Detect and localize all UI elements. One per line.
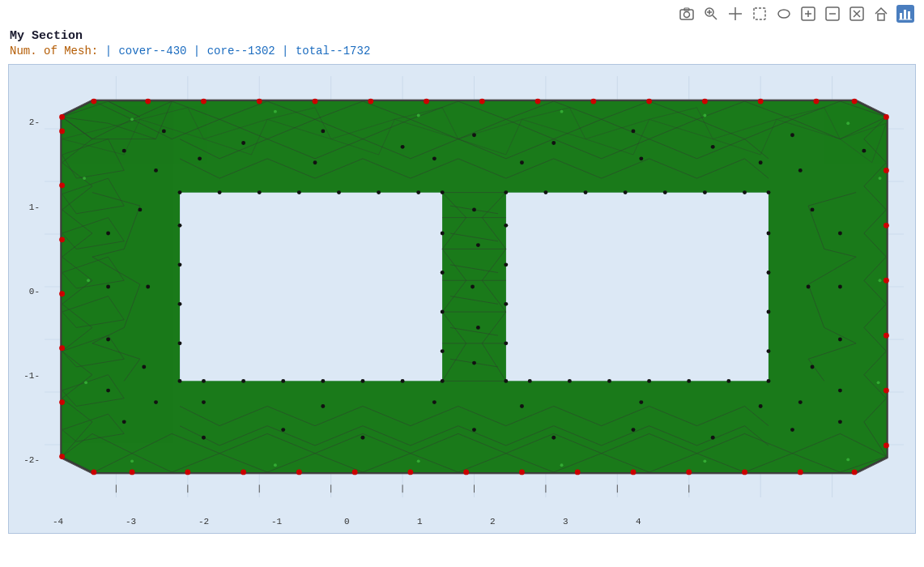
svg-point-288 (639, 400, 643, 404)
svg-point-294 (703, 114, 706, 117)
svg-point-279 (313, 160, 317, 164)
svg-point-280 (432, 156, 436, 160)
svg-point-282 (639, 156, 643, 160)
svg-point-159 (884, 278, 889, 284)
svg-point-205 (178, 379, 182, 383)
svg-rect-20 (900, 13, 902, 19)
svg-point-222 (767, 379, 771, 383)
svg-point-173 (296, 470, 302, 475)
svg-point-192 (416, 190, 420, 194)
total-count: total--1732 (296, 45, 370, 58)
y-label-neg1: -1- (9, 371, 40, 381)
svg-point-261 (790, 428, 794, 432)
svg-point-259 (632, 428, 636, 432)
zoom-out-icon[interactable] (824, 5, 841, 23)
svg-rect-45 (180, 193, 442, 382)
svg-point-201 (321, 379, 325, 383)
svg-point-219 (767, 271, 771, 275)
header: My Section Num. of Mesh: | cover--430 | … (0, 28, 924, 58)
svg-point-278 (198, 156, 202, 160)
plot-container (45, 76, 904, 497)
svg-point-243 (790, 133, 794, 137)
core-count: core--1302 (207, 45, 275, 58)
svg-point-293 (560, 110, 564, 113)
svg-point-281 (520, 160, 524, 164)
svg-point-189 (297, 190, 301, 194)
svg-point-152 (702, 99, 708, 104)
svg-point-232 (504, 262, 508, 266)
svg-rect-9 (754, 8, 765, 19)
svg-point-217 (767, 190, 771, 194)
svg-point-186 (178, 190, 182, 194)
svg-point-267 (154, 400, 158, 404)
svg-point-250 (838, 285, 842, 289)
svg-point-269 (811, 208, 815, 212)
svg-point-257 (472, 428, 476, 432)
svg-point-295 (846, 122, 849, 125)
zoom-icon[interactable] (702, 5, 720, 23)
svg-point-178 (59, 454, 65, 459)
x-label-0: 0 (344, 517, 350, 526)
svg-point-289 (759, 404, 763, 408)
svg-point-236 (241, 141, 245, 145)
svg-point-298 (84, 381, 87, 384)
svg-point-190 (337, 190, 341, 194)
svg-point-175 (185, 470, 190, 475)
svg-point-143 (201, 99, 207, 104)
svg-point-277 (472, 361, 476, 365)
svg-point-168 (575, 470, 581, 475)
page-title: My Section (10, 29, 914, 43)
svg-point-141 (91, 99, 96, 104)
svg-point-154 (813, 99, 819, 104)
svg-point-283 (759, 160, 763, 164)
svg-point-199 (401, 379, 405, 383)
svg-point-223 (726, 379, 730, 383)
svg-point-157 (884, 168, 889, 173)
svg-rect-19 (878, 14, 884, 20)
svg-line-4 (713, 15, 717, 19)
svg-point-195 (441, 271, 445, 275)
svg-point-290 (130, 117, 134, 121)
svg-point-226 (607, 379, 611, 383)
svg-point-262 (838, 420, 842, 424)
svg-point-244 (862, 149, 866, 153)
svg-point-247 (106, 338, 110, 342)
svg-point-200 (361, 379, 365, 383)
svg-point-276 (476, 326, 480, 330)
svg-point-208 (178, 262, 182, 266)
svg-point-155 (852, 99, 858, 104)
svg-point-263 (154, 168, 158, 173)
home-icon[interactable] (872, 5, 890, 23)
x-label-neg4: -4 (53, 517, 63, 526)
x-label-neg3: -3 (126, 517, 136, 526)
camera-icon[interactable] (678, 5, 696, 23)
svg-point-10 (778, 10, 790, 18)
svg-point-176 (130, 470, 135, 475)
svg-point-260 (711, 436, 715, 440)
bar-chart-icon[interactable] (896, 5, 914, 23)
svg-point-239 (472, 133, 476, 137)
svg-point-300 (879, 279, 882, 282)
chart-area: 2- 1- 0- -1- -2- -4 -3 -2 -1 0 1 2 3 4 (8, 64, 916, 534)
svg-point-224 (687, 379, 691, 383)
svg-point-170 (463, 470, 469, 475)
selection-icon[interactable] (751, 5, 769, 23)
svg-point-245 (106, 232, 110, 236)
svg-point-229 (504, 379, 508, 383)
lasso-icon[interactable] (775, 5, 793, 23)
svg-point-191 (377, 190, 381, 194)
svg-point-216 (743, 190, 747, 194)
reset-axes-icon[interactable] (848, 5, 866, 23)
svg-point-1 (684, 12, 690, 18)
mesh-info: Num. of Mesh: | cover--430 | core--1302 … (10, 45, 914, 58)
svg-point-148 (479, 99, 485, 104)
svg-point-265 (146, 285, 150, 289)
svg-point-196 (441, 310, 445, 314)
svg-point-264 (138, 208, 142, 212)
zoom-in-icon[interactable] (799, 5, 817, 23)
svg-point-306 (703, 459, 706, 463)
crosshair-icon[interactable] (726, 5, 744, 23)
svg-point-166 (686, 470, 692, 475)
svg-point-184 (59, 129, 65, 134)
svg-point-274 (476, 243, 480, 247)
